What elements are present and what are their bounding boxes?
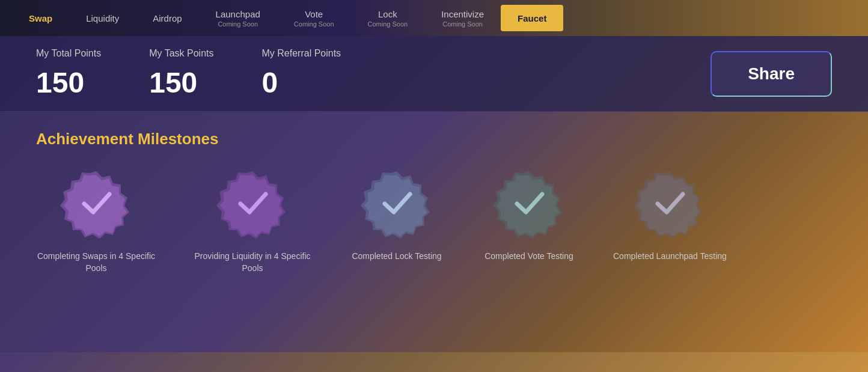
nav-airdrop[interactable]: Airdrop: [136, 0, 198, 36]
task-points-block: My Task Points 150: [149, 48, 213, 99]
referral-points-label: My Referral Points: [262, 48, 341, 59]
navigation: Swap Liquidity Airdrop Launchpad Coming …: [0, 0, 868, 36]
milestones-title: Achievement Milestones: [36, 130, 832, 148]
task-points-label: My Task Points: [149, 48, 213, 59]
nav-launchpad[interactable]: Launchpad Coming Soon: [199, 0, 277, 36]
milestone-lock-label: Completed Lock Testing: [352, 251, 441, 263]
nav-liquidity[interactable]: Liquidity: [69, 0, 136, 36]
task-points-value: 150: [149, 66, 213, 99]
milestone-launchpad: Completed Launchpad Testing: [613, 166, 727, 263]
total-points-label: My Total Points: [36, 48, 101, 59]
referral-points-value: 0: [262, 66, 341, 99]
share-button[interactable]: Share: [711, 51, 832, 97]
milestone-swaps: Completing Swaps in 4 Specific Pools: [36, 166, 156, 274]
milestone-vote-label: Completed Vote Testing: [484, 251, 573, 263]
points-bar: My Total Points 150 My Task Points 150 M…: [0, 36, 868, 112]
nav-incentivize[interactable]: Incentivize Coming Soon: [424, 0, 501, 36]
milestone-liquidity-badge: [216, 166, 289, 239]
nav-vote[interactable]: Vote Coming Soon: [277, 0, 351, 36]
milestone-swaps-badge: [60, 166, 132, 239]
milestone-lock-badge: [361, 166, 433, 239]
nav-faucet-button[interactable]: Faucet: [501, 5, 563, 31]
nav-lock[interactable]: Lock Coming Soon: [351, 0, 425, 36]
total-points-value: 150: [36, 66, 101, 99]
main-content: Achievement Milestones Completing Swaps …: [0, 112, 868, 352]
milestone-swaps-label: Completing Swaps in 4 Specific Pools: [36, 251, 156, 274]
milestone-launchpad-badge: [634, 166, 706, 239]
total-points-block: My Total Points 150: [36, 48, 101, 99]
milestones-list: Completing Swaps in 4 Specific Pools Pro…: [36, 166, 832, 274]
nav-swap[interactable]: Swap: [12, 0, 69, 36]
milestone-lock: Completed Lock Testing: [349, 166, 445, 263]
milestone-vote: Completed Vote Testing: [481, 166, 577, 263]
referral-points-block: My Referral Points 0: [262, 48, 341, 99]
milestone-liquidity-label: Providing Liquidity in 4 Specific Pools: [192, 251, 313, 274]
milestone-vote-badge: [493, 166, 565, 239]
milestone-launchpad-label: Completed Launchpad Testing: [613, 251, 727, 263]
milestone-liquidity: Providing Liquidity in 4 Specific Pools: [192, 166, 313, 274]
